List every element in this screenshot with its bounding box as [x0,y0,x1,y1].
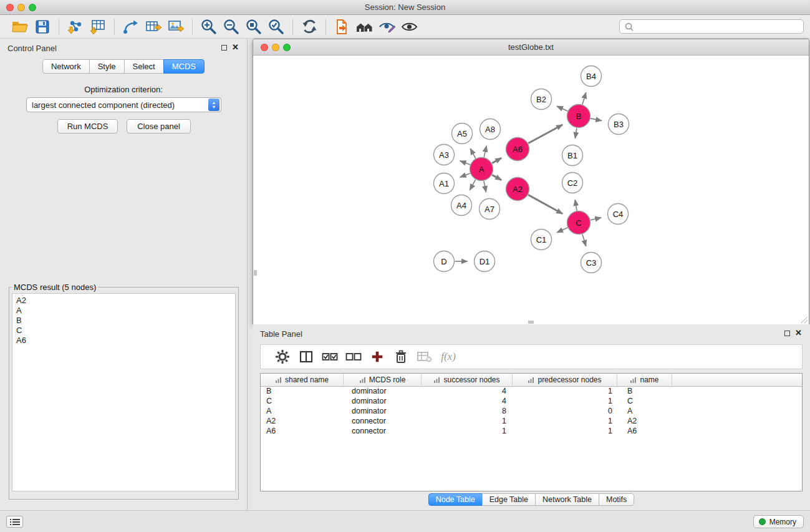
column-header-shared-name[interactable]: shared name [261,374,344,386]
mcds-result-item[interactable]: B [16,316,231,326]
show-hide-icon[interactable] [398,17,421,37]
graph-node-B2[interactable]: B2 [531,89,552,110]
unselect-all-columns-icon[interactable] [342,346,365,367]
table-settings-gear-icon[interactable] [271,346,294,367]
tab-select[interactable]: Select [124,59,164,74]
graph-edge-C-C1[interactable] [557,228,567,233]
export-image-icon[interactable] [165,17,187,37]
table-cell[interactable]: C [261,397,344,407]
float-panel-icon[interactable] [784,331,790,336]
table-cell[interactable]: 8 [422,407,513,417]
tab-mcds[interactable]: MCDS [163,59,205,74]
graph-edge-A-A7[interactable] [484,181,486,192]
graph-node-A8[interactable]: A8 [480,119,501,140]
graph-node-D[interactable]: D [434,251,455,272]
zoom-window-button[interactable] [29,4,36,11]
column-header-successor-nodes[interactable]: successor nodes [422,374,513,386]
table-cell[interactable]: 1 [422,417,513,427]
import-table-icon[interactable] [87,17,109,37]
panel-menu-button[interactable] [6,516,23,528]
memory-button[interactable]: Memory [753,515,804,528]
graph-edge-A-A4[interactable] [470,180,475,190]
graph-edge-A-A1[interactable] [460,173,470,177]
graph-node-C4[interactable]: C4 [608,204,629,225]
graph-node-A6[interactable]: A6 [506,138,529,161]
tab-network[interactable]: Network [42,59,90,74]
graph-edge-A2-C[interactable] [528,195,562,213]
graph-edge-A-A8[interactable] [484,146,486,157]
mcds-result-item[interactable]: A2 [16,296,231,306]
import-network-icon[interactable] [64,17,87,37]
mcds-result-item[interactable]: A6 [16,336,231,346]
mcds-result-list[interactable]: A2ABCA6 [12,293,236,491]
open-session-icon[interactable] [9,17,31,37]
zoom-selected-icon[interactable] [265,17,287,37]
tab-network-table[interactable]: Network Table [535,493,599,506]
table-cell[interactable]: A [617,407,672,417]
graph-edge-A-A5[interactable] [470,148,476,158]
save-session-icon[interactable] [31,17,54,37]
minimize-window-button[interactable] [17,4,25,11]
mcds-result-item[interactable]: C [16,326,231,336]
refresh-icon[interactable] [298,17,321,37]
close-panel-button[interactable]: Close panel [127,119,191,133]
graph-edge-C-C2[interactable] [575,200,577,211]
search-input[interactable] [636,22,803,31]
graph-node-D1[interactable]: D1 [475,251,495,272]
table-cell[interactable]: A6 [261,427,344,437]
table-cell[interactable]: A6 [617,427,672,437]
close-panel-icon[interactable]: ✕ [232,43,239,52]
network-graph[interactable]: AA1A2A3A4A5A6A7A8BB1B2B3B4CC1C2C3C4DD1 [253,56,809,324]
close-view-button[interactable] [261,44,268,51]
resize-grip-icon[interactable] [799,315,808,324]
graphics-details-icon[interactable] [376,17,398,37]
graph-edge-B-B2[interactable] [557,106,567,111]
search-field[interactable] [619,19,804,34]
table-cell[interactable]: B [617,387,672,397]
table-row[interactable]: Adominator80A [261,407,802,417]
table-cell[interactable]: dominator [344,387,422,397]
table-cell[interactable]: 1 [513,417,617,427]
graph-edge-B-B4[interactable] [582,92,586,104]
graph-edge-A-A2[interactable] [492,175,501,180]
table-cell[interactable]: 4 [422,397,513,407]
graph-node-A3[interactable]: A3 [434,145,455,165]
mcds-result-item[interactable]: A [16,306,231,316]
column-header-MCDS-role[interactable]: MCDS role [344,374,422,386]
table-cell[interactable]: C [617,397,672,407]
table-cell[interactable]: 0 [513,407,617,417]
close-panel-icon[interactable]: ✕ [795,329,802,337]
graph-node-A2[interactable]: A2 [506,178,529,201]
zoom-out-icon[interactable] [220,17,243,37]
graph-node-A4[interactable]: A4 [451,195,472,216]
table-cell[interactable]: dominator [344,407,422,417]
network-window-titlebar[interactable]: testGlobe.txt [253,39,809,56]
table-cell[interactable]: 1 [513,397,617,407]
tab-edge-table[interactable]: Edge Table [482,493,536,506]
table-row[interactable]: A6connector11A6 [261,427,802,437]
minimize-view-button[interactable] [272,44,279,51]
graph-node-C3[interactable]: C3 [581,253,602,273]
graph-edge-A-A3[interactable] [460,161,470,165]
graph-node-A[interactable]: A [470,158,493,181]
table-row[interactable]: Bdominator41B [261,387,802,397]
graph-node-A1[interactable]: A1 [434,173,455,194]
column-header-predecessor-nodes[interactable]: predecessor nodes [513,374,617,386]
show-columns-icon[interactable] [294,346,318,367]
graph-node-B3[interactable]: B3 [609,114,629,135]
table-cell[interactable]: 1 [513,387,617,397]
table-row[interactable]: Cdominator41C [261,397,802,407]
export-network-icon[interactable] [120,17,142,37]
run-mcds-button[interactable]: Run MCDS [57,119,118,133]
tab-style[interactable]: Style [89,59,125,74]
table-row[interactable]: A2connector11A2 [261,417,802,427]
graph-edge-B-B3[interactable] [591,118,602,121]
network-canvas[interactable]: AA1A2A3A4A5A6A7A8BB1B2B3B4CC1C2C3C4DD1 [253,56,809,324]
graph-node-A5[interactable]: A5 [452,123,473,144]
zoom-view-button[interactable] [283,44,291,51]
delete-column-trash-icon[interactable] [389,346,413,367]
zoom-fit-icon[interactable] [243,17,265,37]
create-column-plus-icon[interactable] [365,346,389,367]
criterion-dropdown[interactable]: largest connected component (directed) ▲… [26,97,221,112]
table-cell[interactable]: 1 [422,427,513,437]
